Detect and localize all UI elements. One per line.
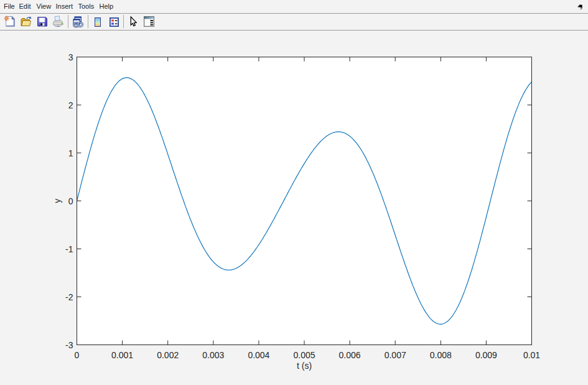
svg-text:0.001: 0.001 — [111, 350, 133, 360]
svg-text:-3: -3 — [65, 340, 73, 350]
svg-text:0: 0 — [68, 196, 73, 206]
svg-text:0.009: 0.009 — [475, 350, 497, 360]
svg-text:-2: -2 — [65, 292, 73, 302]
svg-text:t (s): t (s) — [297, 361, 312, 371]
svg-text:0.01: 0.01 — [523, 350, 540, 360]
svg-text:0.008: 0.008 — [430, 350, 452, 360]
svg-text:0.003: 0.003 — [202, 350, 224, 360]
svg-text:-1: -1 — [65, 244, 73, 254]
svg-text:0.002: 0.002 — [157, 350, 179, 360]
svg-text:2: 2 — [68, 100, 73, 110]
svg-text:0.007: 0.007 — [385, 350, 406, 360]
svg-text:0.004: 0.004 — [248, 350, 269, 360]
svg-text:0: 0 — [75, 350, 80, 360]
svg-text:1: 1 — [68, 148, 73, 158]
svg-text:3: 3 — [68, 52, 73, 62]
svg-text:0.006: 0.006 — [339, 350, 361, 360]
svg-text:0.005: 0.005 — [293, 350, 315, 360]
svg-text:y: y — [52, 199, 62, 203]
